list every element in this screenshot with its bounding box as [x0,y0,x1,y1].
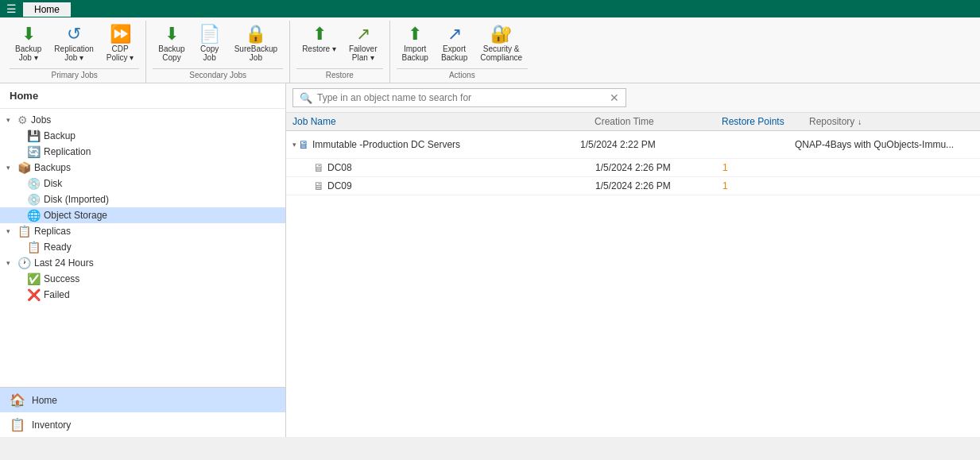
replicas-icon: 📋 [17,225,31,238]
backup-copy-icon: ⬇ [165,25,179,43]
last24-toggle[interactable]: ▾ [6,259,16,267]
export-backup-button[interactable]: ↗ ExportBackup [436,22,473,65]
cell-immutable-creation: 1/5/2024 2:22 PM [580,139,707,150]
sidebar-item-disk-imported[interactable]: 💿 Disk (Imported) [0,191,285,207]
actions-group-label: Actions [397,68,529,83]
table-row-dc09[interactable]: 🖥 DC09 1/5/2024 2:26 PM 1 [286,177,980,195]
copy-job-label: CopyJob [200,44,219,62]
import-backup-button[interactable]: ⬆ ImportBackup [397,22,434,65]
copy-job-button[interactable]: 📄 CopyJob [192,22,227,65]
table-body: ▾ 🖥 Immutable -Production DC Servers 1/5… [286,131,980,437]
ribbon-groups: ⬇ BackupJob ▾ ↺ ReplicationJob ▾ ⏩ CDPPo… [0,17,980,83]
ribbon-group-actions: ⬆ ImportBackup ↗ ExportBackup 🔐 Security… [390,21,535,83]
cell-dc09-creation: 1/5/2024 2:26 PM [595,180,722,191]
copy-job-icon: 📄 [199,25,220,43]
nav-home[interactable]: 🏠 Home [0,388,285,412]
sidebar-item-backup[interactable]: 💾 Backup [0,128,285,144]
column-job-name[interactable]: Job Name [292,116,595,127]
backup-label: Backup [44,130,76,141]
content-area: 🔍 ✕ Job Name Creation Time Restore Point… [286,83,980,437]
disk-imported-icon: 💿 [27,193,41,206]
object-storage-icon: 🌐 [27,209,41,222]
sidebar-header: Home [0,83,285,109]
table-row-immutable-prod[interactable]: ▾ 🖥 Immutable -Production DC Servers 1/5… [286,131,980,159]
sidebar-item-replicas[interactable]: ▾ 📋 Replicas [0,223,285,239]
sidebar-item-success[interactable]: ✅ Success [0,271,285,287]
surebackup-job-button[interactable]: 🔒 SureBackupJob [229,22,283,65]
failed-label: Failed [44,289,70,300]
cdp-policy-label: CDPPolicy ▾ [107,44,134,62]
ready-icon: 📋 [27,241,41,253]
sidebar-item-object-storage[interactable]: 🌐 Object Storage [0,207,285,223]
failover-plan-button[interactable]: ↗ FailoverPlan ▾ [343,22,383,65]
column-repository[interactable]: Repository ↓ [809,116,980,127]
top-bar: ☰ Home [0,0,980,17]
sidebar-item-ready[interactable]: 📋 Ready [0,239,285,255]
ribbon-group-primary-jobs: ⬇ BackupJob ▾ ↺ ReplicationJob ▾ ⏩ CDPPo… [3,21,146,83]
ribbon-group-restore: ⬆ Restore ▾ ↗ FailoverPlan ▾ Restore [290,21,389,83]
backups-label: Backups [34,162,71,173]
restore-button[interactable]: ⬆ Restore ▾ [296,22,342,56]
ready-label: Ready [44,242,72,253]
cell-dc08-creation: 1/5/2024 2:26 PM [595,162,722,173]
home-tab[interactable]: Home [23,1,71,17]
security-compliance-button[interactable]: 🔐 Security &Compliance [475,22,528,65]
dc08-jobname-text: DC08 [327,162,352,173]
backup-copy-button[interactable]: ⬇ BackupCopy [153,22,190,65]
ribbon-items-secondary: ⬇ BackupCopy 📄 CopyJob 🔒 SureBackupJob [153,21,283,67]
object-storage-label: Object Storage [44,210,107,221]
failed-icon: ❌ [27,288,41,301]
backup-job-label: BackupJob ▾ [15,44,41,62]
sidebar-item-jobs[interactable]: ▾ ⚙ Jobs [0,112,285,128]
sidebar-item-last24hours[interactable]: ▾ 🕐 Last 24 Hours [0,255,285,271]
replicas-label: Replicas [34,226,71,237]
table-row-dc08[interactable]: 🖥 DC08 1/5/2024 2:26 PM 1 [286,159,980,177]
cell-dc08-restore: 1 [722,162,810,173]
cell-immutable-repository: QNAP-4Bays with QuObjects-Immu... [795,139,980,150]
dc09-jobname-text: DC09 [327,180,352,191]
secondary-jobs-group-label: Secondary Jobs [153,68,283,83]
cell-dc09-jobname: 🖥 DC09 [313,180,595,192]
disk-imported-label: Disk (Imported) [44,194,109,205]
backup-copy-label: BackupCopy [158,44,184,62]
cell-immutable-jobname: 🖥 Immutable -Production DC Servers [298,138,580,151]
replicas-toggle[interactable]: ▾ [6,227,16,235]
repository-sort-arrow: ↓ [858,118,862,126]
dc08-icon: 🖥 [313,161,324,174]
success-label: Success [44,273,79,284]
export-backup-label: ExportBackup [441,44,467,62]
table-header: Job Name Creation Time Restore Points Re… [286,113,980,131]
search-container: 🔍 ✕ [292,88,626,107]
disk-label: Disk [44,178,62,189]
success-icon: ✅ [27,273,41,285]
immutable-row-toggle[interactable]: ▾ [292,141,296,149]
jobs-label: Jobs [31,114,51,126]
backups-toggle[interactable]: ▾ [6,164,16,172]
replication-job-button[interactable]: ↺ ReplicationJob ▾ [48,22,99,65]
search-input[interactable] [317,92,595,103]
restore-label: Restore ▾ [302,44,336,53]
main-layout: Home ▾ ⚙ Jobs 💾 Backup 🔄 Replication ▾ [0,83,980,437]
sidebar: Home ▾ ⚙ Jobs 💾 Backup 🔄 Replication ▾ [0,83,286,437]
failover-label: FailoverPlan ▾ [349,44,378,62]
search-bar: 🔍 ✕ [286,83,980,113]
ribbon-items-primary: ⬇ BackupJob ▾ ↺ ReplicationJob ▾ ⏩ CDPPo… [10,21,139,67]
sidebar-item-replication[interactable]: 🔄 Replication [0,144,285,160]
last24-label: Last 24 Hours [34,257,94,269]
backup-job-button[interactable]: ⬇ BackupJob ▾ [10,22,47,65]
cdp-policy-button[interactable]: ⏩ CDPPolicy ▾ [101,22,139,65]
sidebar-item-backups[interactable]: ▾ 📦 Backups [0,160,285,176]
sidebar-item-disk[interactable]: 💿 Disk [0,176,285,191]
replication-job-icon: ↺ [67,25,81,43]
hamburger-menu[interactable]: ☰ [6,2,17,15]
nav-inventory[interactable]: 📋 Inventory [0,412,285,437]
column-restore-points[interactable]: Restore Points [722,116,809,127]
jobs-toggle[interactable]: ▾ [6,116,16,124]
search-clear-icon[interactable]: ✕ [610,91,619,104]
ribbon-items-restore: ⬆ Restore ▾ ↗ FailoverPlan ▾ [296,21,382,67]
backups-icon: 📦 [17,161,31,174]
export-backup-icon: ↗ [447,25,462,43]
jobs-icon: ⚙ [17,114,28,126]
sidebar-item-failed[interactable]: ❌ Failed [0,287,285,303]
immutable-jobname-text: Immutable -Production DC Servers [312,139,460,150]
